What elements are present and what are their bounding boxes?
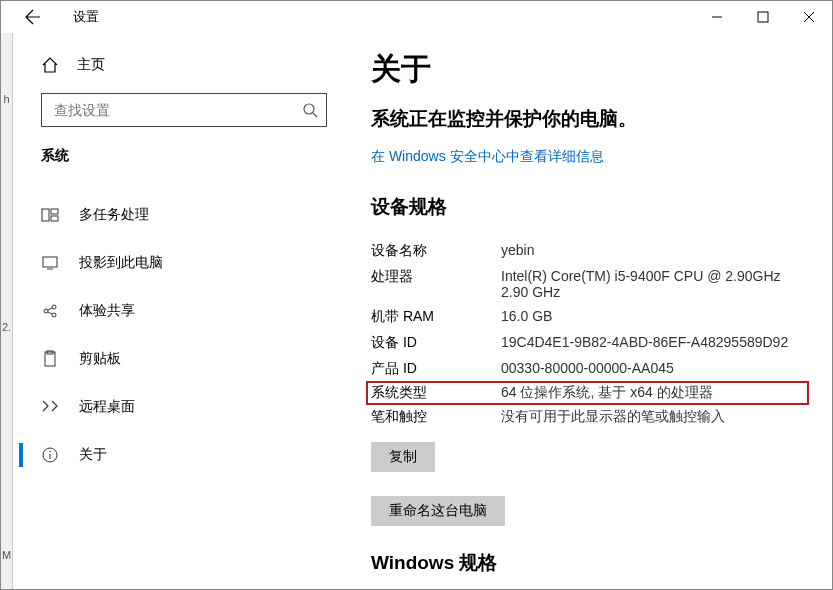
maximize-icon (757, 11, 769, 23)
spec-label: 产品 ID (371, 360, 501, 378)
windows-spec-heading: Windows 规格 (371, 550, 804, 576)
device-spec-heading: 设备规格 (371, 194, 804, 220)
spec-row-device-name: 设备名称 yebin (371, 238, 804, 264)
sidebar-item-label: 体验共享 (79, 302, 135, 320)
sidebar-item-label: 投影到此电脑 (79, 254, 163, 272)
spec-value: 00330-80000-00000-AA045 (501, 360, 804, 376)
clipboard-icon (41, 350, 59, 368)
gutter-mark-top: h (3, 93, 9, 105)
back-button[interactable] (17, 1, 49, 33)
spec-label: 笔和触控 (371, 408, 501, 426)
back-arrow-icon (25, 9, 41, 25)
spec-row-product-id: 产品 ID 00330-80000-00000-AA045 (371, 356, 804, 382)
security-center-link[interactable]: 在 Windows 安全中心中查看详细信息 (371, 148, 604, 166)
search-box-wrap (13, 85, 343, 127)
search-input[interactable] (52, 101, 302, 119)
window-title: 设置 (73, 8, 99, 26)
minimize-button[interactable] (694, 1, 740, 33)
protection-status: 系统正在监控并保护你的电脑。 (371, 106, 804, 132)
sidebar-item-label: 远程桌面 (79, 398, 135, 416)
spec-value: 64 位操作系统, 基于 x64 的处理器 (501, 384, 804, 402)
sidebar-item-project[interactable]: 投影到此电脑 (13, 239, 343, 287)
svg-rect-1 (758, 12, 768, 22)
spec-value: yebin (501, 242, 804, 258)
sidebar-item-label: 剪贴板 (79, 350, 121, 368)
svg-point-2 (304, 104, 314, 114)
spec-value: 16.0 GB (501, 308, 804, 324)
minimize-icon (711, 11, 723, 23)
close-icon (803, 11, 815, 23)
search-box[interactable] (41, 93, 327, 127)
spec-value: Intel(R) Core(TM) i5-9400F CPU @ 2.90GHz… (501, 268, 804, 300)
spec-label: 设备 ID (371, 334, 501, 352)
rename-pc-button[interactable]: 重命名这台电脑 (371, 496, 505, 526)
spec-label: 设备名称 (371, 242, 501, 260)
multitasking-icon (41, 206, 59, 224)
svg-rect-5 (51, 209, 58, 214)
spec-label: 机带 RAM (371, 308, 501, 326)
sidebar-item-remote[interactable]: 远程桌面 (13, 383, 343, 431)
home-icon (41, 56, 59, 74)
svg-line-13 (48, 312, 52, 314)
sidebar-item-clipboard[interactable]: 剪贴板 (13, 335, 343, 383)
spec-label: 系统类型 (371, 384, 501, 402)
sidebar-nav-list: 多任务处理 投影到此电脑 体验共享 剪贴板 远程桌面 (13, 191, 343, 479)
about-icon (41, 446, 59, 464)
svg-point-11 (52, 313, 56, 317)
share-icon (41, 302, 59, 320)
sidebar-item-label: 多任务处理 (79, 206, 149, 224)
svg-line-3 (313, 113, 317, 117)
home-label: 主页 (77, 56, 105, 74)
sidebar: 主页 系统 多任务处理 投影到此电脑 (13, 33, 343, 589)
sidebar-item-about[interactable]: 关于 (13, 431, 343, 479)
spec-value: 19C4D4E1-9B82-4ABD-86EF-A48295589D92 (501, 334, 804, 350)
title-bar: 设置 (1, 1, 832, 33)
svg-line-12 (48, 308, 52, 310)
left-gutter: h 2. M (1, 33, 13, 589)
spec-row-ram: 机带 RAM 16.0 GB (371, 304, 804, 330)
close-button[interactable] (786, 1, 832, 33)
settings-window: 设置 h 2. M 主页 (0, 0, 833, 590)
home-button[interactable]: 主页 (13, 45, 343, 85)
search-icon (302, 102, 318, 118)
svg-point-10 (52, 305, 56, 309)
copy-button[interactable]: 复制 (371, 442, 435, 472)
sidebar-item-multitasking[interactable]: 多任务处理 (13, 191, 343, 239)
content-cutoff (343, 579, 832, 589)
maximize-button[interactable] (740, 1, 786, 33)
gutter-mark-mid: 2. (2, 321, 11, 333)
spec-label: 处理器 (371, 268, 501, 286)
svg-rect-4 (42, 209, 49, 221)
spec-value: 没有可用于此显示器的笔或触控输入 (501, 408, 804, 426)
main-panel: 关于 系统正在监控并保护你的电脑。 在 Windows 安全中心中查看详细信息 … (343, 33, 832, 589)
gutter-mark-bottom: M (2, 549, 11, 561)
svg-rect-7 (43, 257, 57, 267)
sidebar-item-shared[interactable]: 体验共享 (13, 287, 343, 335)
svg-point-9 (44, 309, 48, 313)
content-area: h 2. M 主页 系统 多任务处理 (1, 33, 832, 589)
window-controls (694, 1, 832, 33)
remote-icon (41, 398, 59, 416)
sidebar-item-label: 关于 (79, 446, 107, 464)
spec-row-device-id: 设备 ID 19C4D4E1-9B82-4ABD-86EF-A48295589D… (371, 330, 804, 356)
project-icon (41, 254, 59, 272)
svg-point-18 (49, 451, 51, 453)
svg-rect-6 (51, 216, 58, 221)
spec-row-processor: 处理器 Intel(R) Core(TM) i5-9400F CPU @ 2.9… (371, 264, 804, 304)
sidebar-section-title: 系统 (13, 127, 343, 173)
spec-row-system-type: 系统类型 64 位操作系统, 基于 x64 的处理器 (367, 382, 808, 404)
spec-row-pen-touch: 笔和触控 没有可用于此显示器的笔或触控输入 (371, 404, 804, 430)
page-title: 关于 (371, 49, 804, 90)
